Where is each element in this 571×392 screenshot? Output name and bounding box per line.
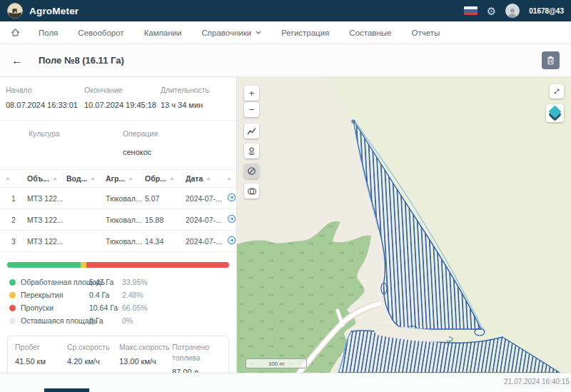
column-header-implement[interactable]: Агр...	[106, 174, 145, 183]
legend-item: Обработанная площадь 5.47 Га 33.95%	[0, 276, 236, 288]
user-avatar[interactable]	[505, 4, 520, 18]
page-title: Поле №8 (16.11 Га)	[39, 55, 124, 66]
end-label: Окончание	[84, 86, 161, 94]
tracks-table: Объ... Вод... Агр... Обр... Дата 1 МТЗ 1…	[0, 169, 236, 252]
nav-item-directories-label: Справочники	[201, 29, 251, 37]
zoom-out-button[interactable]: −	[244, 102, 259, 117]
sort-icon	[227, 177, 231, 180]
column-header-object[interactable]: Объ...	[27, 174, 66, 183]
prohibition-icon	[247, 166, 256, 176]
minus-icon: −	[249, 104, 255, 115]
fullscreen-button[interactable]	[550, 84, 564, 99]
hide-missed-button[interactable]	[244, 164, 259, 179]
delete-button[interactable]	[542, 51, 560, 69]
coverage-bar-segment-missed	[86, 262, 229, 268]
map-canvas[interactable]: + −	[237, 77, 571, 373]
map-controls-right	[546, 84, 564, 122]
footer-timestamp: 21.07.2024 16:40:15	[504, 378, 570, 386]
trash-icon	[547, 56, 555, 65]
table-row[interactable]: 2 МТЗ 122... Тюковал... 15.88 2024-07-..…	[0, 209, 236, 231]
operation-section: Культура Операция сенокос	[0, 121, 236, 168]
cell-area: 15.88	[145, 216, 186, 224]
stat-label: Ср.скорость	[67, 342, 119, 353]
nav-item-crop-rotation[interactable]: Севооборот	[78, 29, 123, 37]
locate-icon[interactable]	[227, 236, 236, 246]
username-label[interactable]: 01678@43	[529, 7, 564, 15]
back-button[interactable]: ←	[11, 54, 23, 67]
column-header-index[interactable]	[6, 177, 27, 180]
locate-icon[interactable]	[227, 214, 236, 225]
main-nav: Поля Севооборот Кампании Справочники Рег…	[0, 21, 571, 44]
nav-item-reports[interactable]: Отчеты	[411, 29, 440, 37]
track-line-icon	[247, 126, 256, 136]
coverage-bar-segment-overlap	[81, 262, 86, 268]
cell-implement: Тюковал...	[106, 216, 145, 224]
legend-item: Оставшаяся площадь 0 Га 0%	[0, 314, 236, 327]
table-row[interactable]: 3 МТЗ 122... Тюковал... 14.34 2024-07-..…	[0, 231, 236, 252]
locate-icon[interactable]	[227, 193, 236, 203]
nav-item-composite[interactable]: Составные	[349, 29, 391, 37]
row-index: 2	[6, 216, 27, 224]
operation-value: сенокос	[123, 148, 231, 157]
column-header-actions[interactable]	[227, 177, 236, 180]
map-base-layer	[237, 77, 571, 373]
settings-gear-icon[interactable]: ⚙	[487, 6, 496, 16]
plus-icon: +	[249, 88, 255, 99]
cell-implement: Тюковал...	[106, 194, 145, 203]
stat-label: Пробег	[15, 342, 67, 353]
cell-object: МТЗ 122...	[27, 216, 66, 224]
sort-icon	[91, 177, 95, 180]
start-value: 08.07.2024 16:33:01	[6, 101, 84, 109]
app-logo	[7, 3, 23, 19]
coverage-bar	[7, 262, 229, 268]
overlaps-layer-button[interactable]	[244, 184, 259, 198]
start-label: Начало	[6, 86, 84, 94]
sort-icon	[128, 177, 133, 180]
topbar: AgroMeter ⚙ 01678@43	[0, 0, 571, 21]
column-header-date-label: Дата	[186, 174, 203, 183]
page-header: ← Поле №8 (16.11 Га)	[0, 44, 571, 77]
cell-area: 5.07	[145, 194, 186, 203]
nav-item-campaigns[interactable]: Кампании	[144, 29, 182, 37]
zoom-in-button[interactable]: +	[244, 86, 259, 101]
column-header-area[interactable]: Обр...	[145, 174, 186, 183]
coverage-bar-segment-worked	[7, 262, 81, 268]
table-row[interactable]: 1 МТЗ 122... Тюковал... 5.07 2024-07-...	[0, 188, 236, 209]
column-header-driver[interactable]: Вод...	[66, 174, 106, 183]
cell-object: МТЗ 122...	[27, 237, 66, 246]
layers-button[interactable]	[546, 104, 564, 122]
coverage-legend: Обработанная площадь 5.47 Га 33.95% Пере…	[0, 276, 236, 330]
column-header-date[interactable]: Дата	[186, 174, 227, 183]
legend-label: Пропуски	[21, 303, 54, 312]
coverage-layer-button[interactable]	[244, 144, 259, 159]
map-scale: 100 m	[246, 358, 307, 368]
language-flag-ru-icon[interactable]	[464, 6, 477, 16]
nav-item-directories[interactable]: Справочники	[201, 29, 261, 37]
cell-date: 2024-07-...	[186, 194, 227, 203]
legend-item: Перекрытия 0.4 Га 2.48%	[0, 288, 236, 301]
person-icon	[507, 6, 518, 18]
legend-value: 0 Га	[89, 316, 122, 325]
show-track-button[interactable]	[244, 124, 259, 139]
home-icon[interactable]	[10, 27, 21, 38]
culture-label: Культура	[29, 129, 123, 138]
sort-icon	[6, 177, 10, 180]
row-index: 1	[6, 194, 27, 203]
column-header-driver-label: Вод...	[66, 174, 87, 183]
legend-percent: 0%	[122, 316, 236, 325]
nav-item-fields[interactable]: Поля	[39, 29, 58, 37]
column-header-implement-label: Агр...	[106, 174, 125, 183]
stat-label: Макс.скорость	[119, 342, 172, 353]
map-controls: + −	[244, 86, 259, 198]
legend-value: 0.4 Га	[89, 291, 122, 299]
table-header: Объ... Вод... Агр... Обр... Дата	[0, 170, 236, 188]
operation-label: Операция	[123, 129, 231, 138]
nav-item-registration[interactable]: Регистрация	[281, 29, 329, 37]
stat-value: 13.00 км/ч	[119, 357, 172, 366]
legend-label: Оставшаяся площадь	[21, 316, 97, 325]
legend-percent: 2.48%	[122, 291, 236, 299]
legend-dot	[9, 305, 16, 311]
row-index: 3	[6, 237, 27, 246]
bottom-strip	[44, 388, 89, 392]
column-header-object-label: Объ...	[27, 174, 49, 183]
